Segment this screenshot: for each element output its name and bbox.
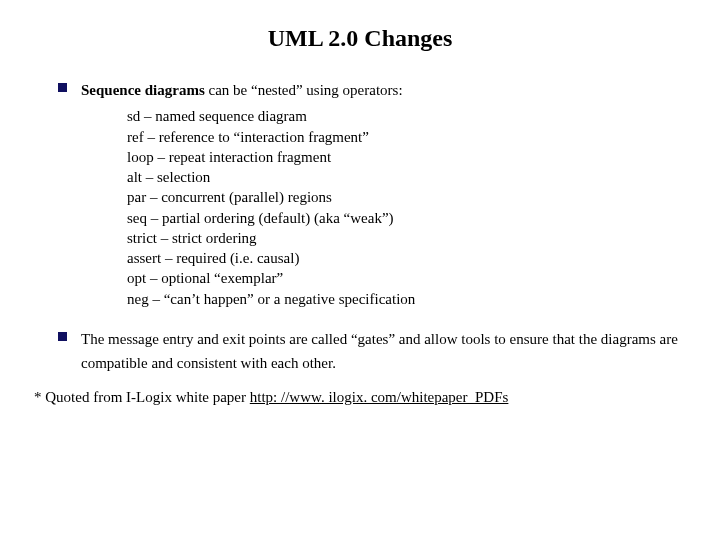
- list-item: assert – required (i.e. causal): [127, 248, 692, 268]
- list-item: strict – strict ordering: [127, 228, 692, 248]
- operator-list: sd – named sequence diagram ref – refere…: [127, 106, 692, 309]
- list-item: par – concurrent (parallel) regions: [127, 187, 692, 207]
- list-item: ref – reference to “interaction fragment…: [127, 127, 692, 147]
- svg-rect-0: [58, 83, 67, 92]
- list-item: loop – repeat interaction fragment: [127, 147, 692, 167]
- bullet-text: Sequence diagrams can be “nested” using …: [81, 78, 692, 317]
- svg-rect-1: [58, 332, 67, 341]
- footnote-prefix: * Quoted from I-Logix white paper: [34, 389, 250, 405]
- list-item: alt – selection: [127, 167, 692, 187]
- list-item: seq – partial ordering (default) (aka “w…: [127, 208, 692, 228]
- footnote-link[interactable]: http: //www. ilogix. com/whitepaper_PDFs: [250, 389, 509, 405]
- bullet-text: The message entry and exit points are ca…: [81, 327, 692, 375]
- list-item: neg – “can’t happen” or a negative speci…: [127, 289, 692, 309]
- bullet-lead-rest: can be “nested” using operators:: [205, 82, 403, 98]
- bullet-item-1: Sequence diagrams can be “nested” using …: [28, 78, 692, 317]
- list-item: opt – optional “exemplar”: [127, 268, 692, 288]
- square-bullet-icon: [58, 83, 67, 317]
- list-item: sd – named sequence diagram: [127, 106, 692, 126]
- square-bullet-icon: [58, 332, 67, 375]
- footnote: * Quoted from I-Logix white paper http: …: [34, 385, 692, 409]
- page-title: UML 2.0 Changes: [28, 22, 692, 54]
- bullet-lead-bold: Sequence diagrams: [81, 82, 205, 98]
- bullet-item-2: The message entry and exit points are ca…: [28, 327, 692, 375]
